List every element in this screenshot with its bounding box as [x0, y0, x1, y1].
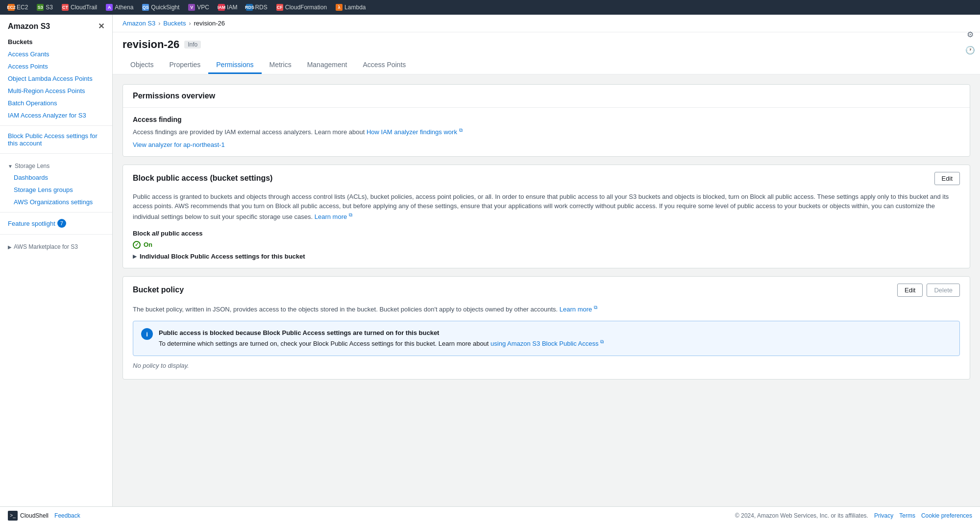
status-row: ✓ On: [133, 241, 960, 249]
privacy-link[interactable]: Privacy: [874, 512, 893, 519]
ec2-nav-icon: EC2: [8, 4, 15, 11]
info-box-title: Public access is blocked because Block P…: [159, 329, 439, 336]
tab-access-points[interactable]: Access Points: [355, 57, 414, 74]
nav-item-cloudtrail[interactable]: CTCloudTrail: [58, 0, 101, 15]
block-public-access-card: Block public access (bucket settings) Ed…: [122, 165, 970, 268]
tab-metrics[interactable]: Metrics: [262, 57, 299, 74]
bucket-policy-card: Bucket policy Edit Delete The bucket pol…: [122, 276, 970, 380]
view-analyzer-link[interactable]: View analyzer for ap-northeast-1: [133, 141, 225, 148]
breadcrumb-separator: ›: [189, 20, 191, 27]
breadcrumb-item-amazon-s3[interactable]: Amazon S3: [122, 20, 155, 27]
lambda-nav-icon: λ: [336, 4, 343, 11]
feature-spotlight-badge: 7: [57, 219, 66, 228]
no-policy-text: No policy to display.: [133, 356, 960, 371]
block-public-access-body: Public access is granted to buckets and …: [123, 192, 970, 268]
storage-lens-section-header[interactable]: ▼Storage Lens: [0, 158, 112, 171]
settings-icon[interactable]: ⚙: [964, 28, 976, 40]
content-area: Permissions overview Access finding Acce…: [113, 74, 980, 397]
cloudshell-label: CloudShell: [20, 512, 49, 519]
sidebar-item-batch-ops[interactable]: Batch Operations: [0, 97, 112, 109]
sidebar-item-iam-analyzer[interactable]: IAM Access Analyzer for S3: [0, 109, 112, 121]
sidebar-item-storage-lens-groups[interactable]: Storage Lens groups: [0, 184, 112, 196]
nav-item-quicksight[interactable]: QSQuickSight: [138, 0, 183, 15]
sidebar-item-access-points[interactable]: Access Points: [0, 60, 112, 72]
feedback-link[interactable]: Feedback: [54, 512, 80, 519]
nav-item-ec2[interactable]: EC2EC2: [4, 0, 32, 15]
status-on-text: On: [144, 241, 152, 248]
bucket-policy-delete-button[interactable]: Delete: [927, 284, 960, 297]
tab-permissions[interactable]: Permissions: [208, 57, 261, 74]
sidebar-item-access-grants[interactable]: Access Grants: [0, 48, 112, 60]
terms-link[interactable]: Terms: [899, 512, 915, 519]
athena-nav-label: Athena: [115, 4, 133, 11]
individual-settings-expand[interactable]: ▶ Individual Block Public Access setting…: [133, 253, 960, 260]
permissions-overview-card: Permissions overview Access finding Acce…: [122, 84, 970, 157]
info-badge[interactable]: Info: [184, 41, 201, 48]
block-public-access-header-row: Block public access (bucket settings) Ed…: [123, 165, 970, 192]
bucket-policy-actions: Edit Delete: [897, 284, 960, 297]
tab-objects[interactable]: Objects: [122, 57, 161, 74]
info-icon: i: [141, 328, 153, 340]
cookie-preferences-link[interactable]: Cookie preferences: [921, 512, 972, 519]
s3-nav-icon: S3: [37, 4, 44, 11]
learn-more-external-icon: ⧉: [349, 212, 352, 217]
sidebar: Amazon S3 ✕ BucketsAccess GrantsAccess P…: [0, 15, 113, 506]
bucket-policy-body: The bucket policy, written in JSON, prov…: [123, 304, 970, 379]
cloudtrail-nav-icon: CT: [62, 4, 69, 11]
sidebar-close-button[interactable]: ✕: [98, 22, 104, 31]
block-public-access-external-icon: ⧉: [600, 339, 604, 344]
triangle-right-icon: ▶: [133, 254, 137, 259]
sidebar-item-block-public-access[interactable]: Block Public Access settings for this ac…: [0, 130, 112, 149]
aws-marketplace-section-header[interactable]: ▶AWS Marketplace for S3: [0, 238, 112, 252]
marketplace-triangle-icon: ▶: [8, 244, 12, 250]
nav-item-athena[interactable]: AAthena: [102, 0, 137, 15]
cloudshell-icon: >_: [8, 511, 18, 521]
nav-item-s3[interactable]: S3S3: [33, 0, 57, 15]
nav-item-cloudformation[interactable]: CFCloudFormation: [272, 0, 331, 15]
sidebar-item-aws-org-settings[interactable]: AWS Organizations settings: [0, 196, 112, 208]
rds-nav-icon: RDS: [246, 4, 253, 11]
permissions-overview-header: Permissions overview: [123, 85, 970, 108]
bucket-policy-learn-more-external-icon: ⧉: [594, 305, 597, 310]
sidebar-item-feature-spotlight[interactable]: Feature spotlight7: [0, 216, 112, 230]
quicksight-nav-icon: QS: [142, 4, 149, 11]
vpc-nav-label: VPC: [197, 4, 209, 11]
bucket-policy-header-row: Bucket policy Edit Delete: [123, 277, 970, 304]
sidebar-item-dashboards[interactable]: Dashboards: [0, 171, 112, 184]
cloudtrail-nav-label: CloudTrail: [71, 4, 97, 11]
marketplace-label: AWS Marketplace for S3: [14, 243, 78, 250]
page-header: revision-26 Info ObjectsPropertiesPermis…: [113, 32, 980, 74]
nav-item-rds[interactable]: RDSRDS: [242, 0, 271, 15]
cloudformation-nav-icon: CF: [276, 4, 283, 11]
clock-icon[interactable]: 🕐: [964, 44, 976, 56]
s3-nav-label: S3: [46, 4, 53, 11]
nav-item-vpc[interactable]: VVPC: [184, 0, 213, 15]
footer-right: © 2024, Amazon Web Services, Inc. or its…: [735, 512, 972, 519]
block-public-access-edit-button[interactable]: Edit: [934, 172, 960, 185]
bucket-policy-learn-more-link[interactable]: Learn more ⧉: [560, 306, 597, 313]
athena-nav-icon: A: [106, 4, 113, 11]
bucket-policy-edit-button[interactable]: Edit: [897, 284, 923, 297]
sidebar-item-buckets: Buckets: [0, 36, 112, 48]
cloudshell-button[interactable]: >_ CloudShell: [8, 511, 49, 521]
block-all-section: Block all public access ✓ On ▶ Individua…: [133, 230, 960, 260]
footer: >_ CloudShell Feedback © 2024, Amazon We…: [0, 506, 980, 524]
nav-item-iam[interactable]: IAMIAM: [214, 0, 241, 15]
sidebar-title: Amazon S3: [8, 22, 50, 31]
storage-lens-label: Storage Lens: [15, 163, 49, 169]
top-nav: EC2EC2S3S3CTCloudTrailAAthenaQSQuickSigh…: [0, 0, 980, 15]
tab-properties[interactable]: Properties: [161, 57, 208, 74]
block-public-access-link[interactable]: using Amazon S3 Block Public Access ⧉: [490, 340, 604, 347]
block-public-access-learn-more-link[interactable]: Learn more ⧉: [315, 213, 352, 220]
nav-item-lambda[interactable]: λLambda: [332, 0, 369, 15]
sidebar-nav: BucketsAccess GrantsAccess PointsObject …: [0, 36, 112, 506]
iam-nav-label: IAM: [227, 4, 237, 11]
sidebar-item-object-lambda[interactable]: Object Lambda Access Points: [0, 72, 112, 85]
iam-analyzer-findings-link[interactable]: How IAM analyzer findings work ⧉: [367, 128, 463, 136]
bucket-policy-title: Bucket policy: [133, 286, 184, 294]
tab-management[interactable]: Management: [299, 57, 355, 74]
breadcrumb: Amazon S3›Buckets›revision-26: [113, 15, 980, 32]
sidebar-item-multi-region[interactable]: Multi-Region Access Points: [0, 85, 112, 97]
breadcrumb-item-buckets[interactable]: Buckets: [163, 20, 186, 27]
access-finding-text: Access findings are provided by IAM exte…: [133, 126, 960, 137]
